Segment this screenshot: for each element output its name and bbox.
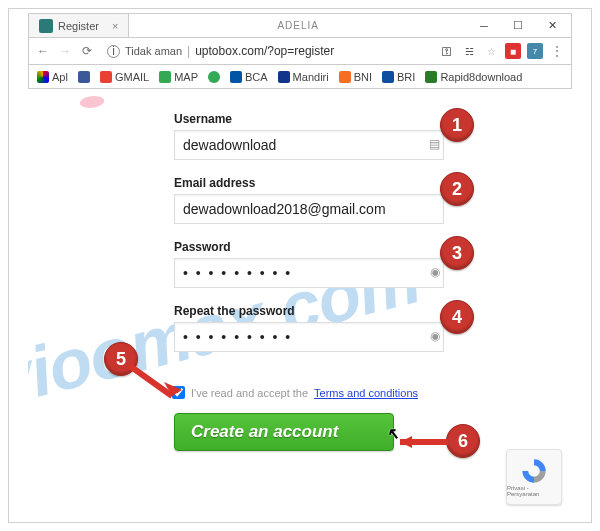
info-icon: i bbox=[107, 45, 120, 58]
recaptcha-icon bbox=[520, 457, 548, 485]
contact-card-icon: ▤ bbox=[429, 137, 440, 151]
key-icon[interactable]: ⚿ bbox=[439, 43, 455, 59]
page-content: vioomax.com Username ▤ Email address Pas… bbox=[28, 90, 572, 513]
annotation-badge-4: 4 bbox=[440, 300, 474, 334]
bookmark-bni-label: BNI bbox=[354, 71, 372, 83]
bookmark-map-label: MAP bbox=[174, 71, 198, 83]
terms-link[interactable]: Terms and conditions bbox=[314, 387, 418, 399]
create-account-label: Create an account bbox=[191, 422, 338, 442]
bookmark-num[interactable] bbox=[208, 71, 220, 83]
svg-line-0 bbox=[130, 366, 172, 396]
username-label: Username bbox=[174, 112, 454, 126]
star-icon[interactable]: ☆ bbox=[483, 43, 499, 59]
username-input[interactable] bbox=[174, 130, 444, 160]
translate-icon[interactable]: ☵ bbox=[461, 43, 477, 59]
repeat-password-input[interactable] bbox=[174, 322, 444, 352]
bookmark-bca-label: BCA bbox=[245, 71, 268, 83]
bookmark-mandiri[interactable]: Mandiri bbox=[278, 71, 329, 83]
forward-icon[interactable]: → bbox=[57, 44, 73, 58]
bookmark-gmail[interactable]: GMAIL bbox=[100, 71, 149, 83]
window-maximize-button[interactable]: ☐ bbox=[501, 15, 535, 37]
bookmark-facebook[interactable] bbox=[78, 71, 90, 83]
svg-marker-3 bbox=[400, 436, 412, 448]
bookmark-bca[interactable]: BCA bbox=[230, 71, 268, 83]
register-form: Username ▤ Email address Password ◉ Repe… bbox=[174, 112, 454, 451]
apps-label: Apl bbox=[52, 71, 68, 83]
annotation-badge-1: 1 bbox=[440, 108, 474, 142]
window-titlebar: Register × ADELIA ─ ☐ ✕ bbox=[28, 13, 572, 37]
window-close-button[interactable]: ✕ bbox=[535, 15, 569, 37]
recaptcha-caption: Privasi - Persyaratan bbox=[507, 485, 561, 497]
browser-tab[interactable]: Register × bbox=[29, 14, 129, 37]
url-text: uptobox.com/?op=register bbox=[195, 44, 334, 58]
email-label: Email address bbox=[174, 176, 454, 190]
decoration-smudge bbox=[78, 96, 106, 108]
extension-badge-icon[interactable]: 7 bbox=[527, 43, 543, 59]
bookmark-bri-label: BRI bbox=[397, 71, 415, 83]
tab-favicon-icon bbox=[39, 19, 53, 33]
annotation-arrow-5 bbox=[124, 360, 194, 410]
bookmark-rapid8-label: Rapid8download bbox=[440, 71, 522, 83]
window-owner-label: ADELIA bbox=[129, 20, 467, 31]
terms-text: I've read and accept the bbox=[191, 387, 308, 399]
eye-icon[interactable]: ◉ bbox=[430, 265, 440, 279]
apps-button[interactable]: Apl bbox=[37, 71, 68, 83]
recaptcha-badge[interactable]: Privasi - Persyaratan bbox=[506, 449, 562, 505]
insecure-label: Tidak aman bbox=[125, 45, 182, 57]
annotation-badge-3: 3 bbox=[440, 236, 474, 270]
bookmark-bri[interactable]: BRI bbox=[382, 71, 415, 83]
bookmark-gmail-label: GMAIL bbox=[115, 71, 149, 83]
password-input[interactable] bbox=[174, 258, 444, 288]
create-account-button[interactable]: Create an account ↖ bbox=[174, 413, 394, 451]
repeat-password-label: Repeat the password bbox=[174, 304, 454, 318]
terms-row: I've read and accept the Terms and condi… bbox=[172, 386, 454, 399]
window-minimize-button[interactable]: ─ bbox=[467, 15, 501, 37]
bookmark-rapid8[interactable]: Rapid8download bbox=[425, 71, 522, 83]
bookmark-bni[interactable]: BNI bbox=[339, 71, 372, 83]
eye-icon[interactable]: ◉ bbox=[430, 329, 440, 343]
bookmarks-bar: Apl GMAIL MAP BCA Mandiri BNI BRI Rapid8… bbox=[28, 65, 572, 89]
email-input[interactable] bbox=[174, 194, 444, 224]
url-separator: | bbox=[187, 44, 190, 58]
bookmark-mandiri-label: Mandiri bbox=[293, 71, 329, 83]
back-icon[interactable]: ← bbox=[35, 44, 51, 58]
bookmark-map[interactable]: MAP bbox=[159, 71, 198, 83]
extension-red-icon[interactable]: ■ bbox=[505, 43, 521, 59]
reload-icon[interactable]: ⟳ bbox=[79, 44, 95, 58]
tab-title: Register bbox=[58, 20, 99, 32]
omnibox[interactable]: i Tidak aman | uptobox.com/?op=register bbox=[101, 42, 433, 60]
address-bar: ← → ⟳ i Tidak aman | uptobox.com/?op=reg… bbox=[28, 37, 572, 65]
tab-close-icon[interactable]: × bbox=[112, 20, 118, 32]
annotation-arrow-6 bbox=[386, 434, 456, 454]
annotation-badge-2: 2 bbox=[440, 172, 474, 206]
password-label: Password bbox=[174, 240, 454, 254]
menu-icon[interactable]: ⋮ bbox=[549, 44, 565, 58]
